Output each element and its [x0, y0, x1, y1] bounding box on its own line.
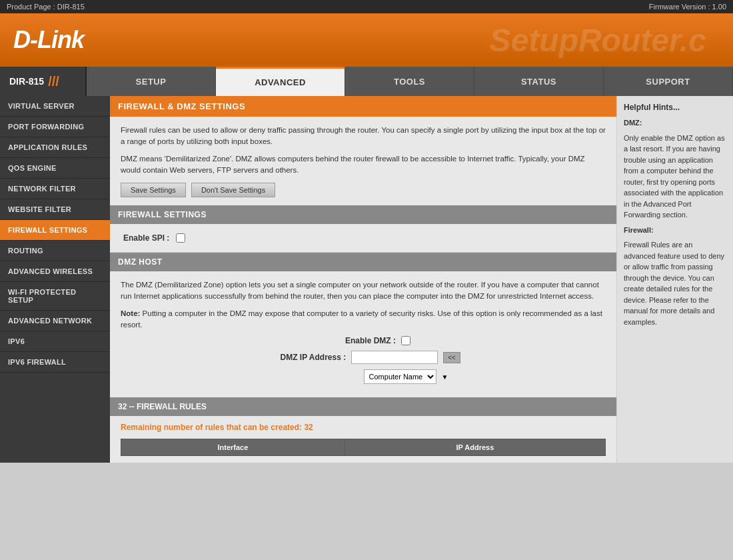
dmz-host-header: DMZ HOST	[110, 253, 616, 271]
dmz-hint-title: DMZ:	[624, 119, 642, 127]
sidebar-item-website-filter[interactable]: WEBSITE FILTER	[0, 199, 110, 220]
fw-rules-inner: Remaining number of rules that can be cr…	[110, 416, 616, 463]
dmz-ip-row: DMZ IP Address : <<	[121, 351, 606, 364]
sidebar-item-firewall-settings[interactable]: FIREWALL SETTINGS	[0, 220, 110, 241]
dmz-ip-input[interactable]	[351, 351, 438, 364]
header-watermark: SetupRouter.c	[490, 22, 706, 59]
dont-save-settings-button[interactable]: Don't Save Settings	[191, 183, 275, 197]
dmz-note: Note: Putting a computer in the DMZ may …	[121, 308, 606, 331]
action-buttons: Save Settings Don't Save Settings	[121, 183, 606, 197]
firewall-desc2: DMZ means 'Demilitarized Zone'. DMZ allo…	[121, 153, 606, 177]
firewall-hint-text: Firewall Rules are an advanced feature u…	[624, 239, 726, 327]
logo-text: D-Link	[13, 26, 84, 53]
sidebar-item-advanced-network[interactable]: ADVANCED NETWORK	[0, 311, 110, 331]
content-area: FIREWALL & DMZ SETTINGS Firewall rules c…	[110, 96, 616, 463]
enable-dmz-label: Enable DMZ :	[316, 336, 396, 345]
firewall-settings-box: Enable SPI :	[110, 224, 616, 253]
firewall-settings-header: FIREWALL SETTINGS	[110, 205, 616, 224]
sidebar-item-port-forwarding[interactable]: PORT FORWARDING	[0, 117, 110, 137]
nav-logo-text: DIR-815	[9, 76, 44, 87]
nav-logo-slash: ///	[48, 74, 59, 89]
remaining-count: 32	[304, 423, 313, 432]
firewall-dmz-content: Firewall rules can be used to allow or d…	[110, 117, 616, 205]
right-panel: Helpful Hints... DMZ: Only enable the DM…	[616, 96, 733, 463]
firewall-desc1: Firewall rules can be used to allow or d…	[121, 125, 606, 148]
computer-name-select[interactable]: Computer Name	[364, 369, 436, 384]
firmware-label: Firmware Version : 1.00	[649, 3, 726, 11]
sidebar-item-qos-engine[interactable]: QOS ENGINE	[0, 158, 110, 179]
helpful-hints-title: Helpful Hints...	[624, 103, 726, 112]
computer-name-row: Computer Name ▼	[121, 369, 606, 384]
tab-setup[interactable]: SETUP	[87, 67, 216, 96]
sidebar: VIRTUAL SERVER PORT FORWARDING APPLICATI…	[0, 96, 110, 463]
sidebar-item-routing[interactable]: ROUTING	[0, 241, 110, 261]
top-bar: Product Page : DIR-815 Firmware Version …	[0, 0, 733, 13]
nav-bar: DIR-815 /// SETUP ADVANCED TOOLS STATUS …	[0, 67, 733, 96]
logo: D-Link	[13, 26, 84, 54]
helpful-hints-content: DMZ: Only enable the DMZ option as a las…	[624, 117, 726, 327]
dmz-ip-chevron-button[interactable]: <<	[443, 352, 460, 363]
fw-rules-header: 32 -- FIREWALL RULES	[110, 397, 616, 416]
dmz-hint-text: Only enable the DMZ option as a last res…	[624, 133, 726, 221]
remaining-text: Remaining number of rules that can be cr…	[121, 423, 606, 432]
dmz-ip-label: DMZ IP Address :	[266, 353, 346, 362]
sidebar-item-wifi-protected-setup[interactable]: WI-FI PROTECTED SETUP	[0, 282, 110, 311]
tab-support[interactable]: SUPPORT	[604, 67, 733, 96]
computer-name-arrow: ▼	[442, 373, 448, 381]
sidebar-item-ipv6[interactable]: IPv6	[0, 331, 110, 352]
header: D-Link SetupRouter.c	[0, 13, 733, 67]
table-col-interface: Interface	[121, 439, 345, 456]
tab-tools[interactable]: TOOLS	[345, 67, 474, 96]
enable-dmz-checkbox[interactable]	[401, 336, 410, 345]
tab-status[interactable]: STATUS	[474, 67, 604, 96]
dmz-desc1: The DMZ (Demilitarized Zone) option lets…	[121, 279, 606, 303]
nav-tabs: SETUP ADVANCED TOOLS STATUS SUPPORT	[87, 67, 733, 96]
enable-spi-checkbox[interactable]	[176, 233, 185, 243]
dmz-inner: The DMZ (Demilitarized Zone) option lets…	[110, 271, 616, 397]
save-settings-button[interactable]: Save Settings	[121, 183, 186, 197]
sidebar-item-advanced-wireless[interactable]: ADVANCED WIRELESS	[0, 261, 110, 282]
table-col-ip-address: IP Address	[345, 439, 605, 456]
firewall-hint-title: Firewall:	[624, 226, 654, 234]
sidebar-item-virtual-server[interactable]: VIRTUAL SERVER	[0, 96, 110, 117]
sidebar-item-application-rules[interactable]: APPLICATION RULES	[0, 137, 110, 158]
enable-dmz-row: Enable DMZ :	[121, 336, 606, 345]
enable-spi-label: Enable SPI :	[123, 233, 169, 243]
sidebar-item-ipv6-firewall[interactable]: IPv6 FIREWALL	[0, 352, 110, 373]
main-layout: VIRTUAL SERVER PORT FORWARDING APPLICATI…	[0, 96, 733, 463]
sidebar-item-network-filter[interactable]: NETWORK FILTER	[0, 179, 110, 199]
nav-logo-area: DIR-815 ///	[0, 67, 87, 96]
product-label: Product Page : DIR-815	[7, 3, 85, 11]
tab-advanced[interactable]: ADVANCED	[216, 67, 345, 96]
firewall-dmz-header: FIREWALL & DMZ SETTINGS	[110, 96, 616, 117]
rules-table: Interface IP Address	[121, 439, 606, 456]
